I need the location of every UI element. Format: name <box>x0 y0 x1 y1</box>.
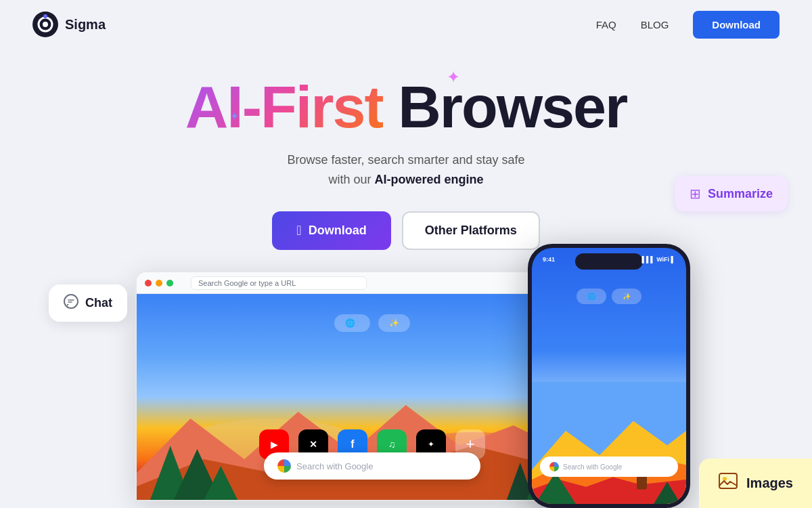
other-platforms-button[interactable]: Other Platforms <box>402 211 540 250</box>
tablet-overlay-pills: 🌐 ✨ <box>334 314 410 332</box>
phone-google-logo <box>549 462 559 471</box>
hero-section: ✦ ✦ AI-First Browser Browse faster, sear… <box>0 49 812 250</box>
address-bar-text: Search Google or type a URL <box>198 279 296 287</box>
google-logo <box>277 459 291 473</box>
nav-download-button[interactable]: Download <box>693 11 780 39</box>
tablet-address-bar[interactable]: Search Google or type a URL <box>191 276 367 290</box>
phone-status-bar: 9:41 ▌▌▌ WiFi ▌ <box>543 256 675 263</box>
chat-widget[interactable]: Chat <box>49 284 127 322</box>
phone-search-text: Search with Google <box>563 463 622 471</box>
hero-buttons:  Download Other Platforms <box>272 211 539 250</box>
tablet-search-bar[interactable]: Search with Google <box>264 452 480 480</box>
images-widget[interactable]: Images <box>699 459 812 508</box>
other-platforms-label: Other Platforms <box>425 224 517 238</box>
summarize-icon: ⊞ <box>690 186 701 202</box>
phone-pill-globe: 🌐 <box>577 289 606 304</box>
subtitle-line2-prefix: with our <box>328 173 374 186</box>
apple-icon:  <box>296 223 301 238</box>
chat-label: Chat <box>85 296 112 310</box>
brand-name: Sigma <box>65 17 106 33</box>
phone-mountain-landscape <box>532 382 686 504</box>
chat-icon <box>64 294 78 312</box>
maximize-dot <box>166 280 173 287</box>
subtitle-bold: AI-powered engine <box>375 173 484 186</box>
close-dot <box>145 280 152 287</box>
sigma-logo-icon <box>32 12 58 37</box>
phone-time: 9:41 <box>543 256 555 263</box>
nav-links: FAQ BLOG Download <box>596 11 780 39</box>
browser-pill-globe: 🌐 <box>334 314 370 332</box>
phone-screen: 9:41 ▌▌▌ WiFi ▌ 🌐 ✨ <box>532 248 686 504</box>
summarize-label: Summarize <box>708 187 773 201</box>
hero-title-dark: Browser <box>398 73 627 140</box>
browser-pill-star: ✨ <box>378 314 410 332</box>
download-main-label: Download <box>309 224 367 238</box>
phone-status-icons: ▌▌▌ WiFi ▌ <box>642 256 675 263</box>
summarize-widget[interactable]: ⊞ Summarize <box>675 176 788 211</box>
device-area: Search Google or type a URL 🌐 ✨ <box>102 271 710 508</box>
logo[interactable]: Sigma <box>32 12 106 37</box>
images-label: Images <box>746 475 793 491</box>
spark-top-icon: ✦ <box>447 68 460 87</box>
phone-pill-star: ✨ <box>612 289 641 304</box>
phone-mockup: 9:41 ▌▌▌ WiFi ▌ 🌐 ✨ <box>528 244 690 508</box>
blog-link[interactable]: BLOG <box>641 19 669 30</box>
images-icon <box>718 471 738 496</box>
faq-link[interactable]: FAQ <box>596 19 616 30</box>
download-main-button[interactable]:  Download <box>272 211 390 250</box>
minimize-dot <box>156 280 162 287</box>
navbar: Sigma FAQ BLOG Download <box>0 0 812 49</box>
spark-left-icon: ✦ <box>230 110 239 123</box>
hero-title: AI-First Browser <box>185 76 627 138</box>
svg-rect-5 <box>719 473 737 488</box>
svg-point-4 <box>64 295 78 308</box>
hero-subtitle: Browse faster, search smarter and stay s… <box>287 150 524 190</box>
phone-overlay-pills: 🌐 ✨ <box>577 289 641 304</box>
svg-point-6 <box>723 477 727 481</box>
hero-title-gradient: AI-First <box>185 73 383 140</box>
subtitle-line1: Browse faster, search smarter and stay s… <box>287 153 524 167</box>
phone-search-bar[interactable]: Search with Google <box>540 457 678 477</box>
tablet-search-text: Search with Google <box>296 461 467 471</box>
svg-point-3 <box>43 14 47 18</box>
svg-point-2 <box>43 22 48 27</box>
